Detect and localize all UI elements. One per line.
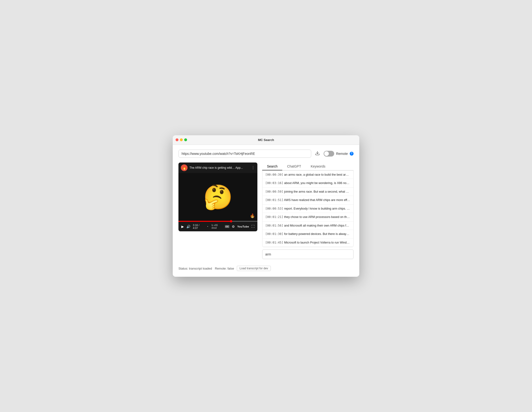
timestamp: [00:01:45] bbox=[265, 241, 283, 244]
timestamp: [00:01:21] bbox=[265, 215, 283, 219]
status-bar: Status: transcript loaded Remote: false … bbox=[179, 266, 353, 271]
tab-chatgpt[interactable]: ChatGPT bbox=[282, 163, 306, 170]
video-menu-button[interactable]: ⋮ bbox=[251, 165, 255, 170]
video-player[interactable]: 🔥 The ARM chip race is getting wild… App… bbox=[179, 163, 257, 231]
traffic-lights bbox=[176, 138, 187, 141]
video-thumbnail: 🤔 🔥 bbox=[179, 173, 257, 221]
help-icon[interactable]: ? bbox=[350, 152, 353, 156]
thinking-emoji: 🤔 bbox=[203, 185, 233, 209]
result-text: AWS have realized that ARM chips are mor… bbox=[284, 198, 353, 202]
caption-badge[interactable]: CC bbox=[225, 225, 229, 228]
search-input-wrapper[interactable] bbox=[262, 249, 353, 259]
titlebar: MC Search bbox=[173, 135, 359, 145]
result-item[interactable]: [00:01:51] AWS have realized that ARM ch… bbox=[262, 196, 353, 205]
video-subtitle: • bbox=[207, 225, 208, 228]
result-item[interactable]: [00:01:56] and Microsoft all making thei… bbox=[262, 221, 353, 230]
result-text: and Microsoft all making their own ARM c… bbox=[284, 224, 353, 227]
fire-watermark: 🔥 bbox=[250, 213, 255, 219]
result-text: for battery-powered devices. But there i… bbox=[284, 232, 353, 236]
tab-bar: Search ChatGPT Keywords bbox=[262, 163, 353, 170]
toggle-row: Remote ? bbox=[324, 151, 353, 156]
two-col-layout: 🔥 The ARM chip race is getting wild… App… bbox=[179, 163, 353, 259]
result-text: they chose to use ARM processors based o… bbox=[284, 215, 353, 219]
url-input-wrapper[interactable] bbox=[179, 150, 311, 158]
timestamp: [00:01:30] bbox=[265, 232, 283, 236]
result-text: joining the arms race. But wait a second… bbox=[284, 190, 353, 193]
maximize-button[interactable] bbox=[184, 138, 187, 141]
video-top-bar: 🔥 The ARM chip race is getting wild… App… bbox=[179, 163, 257, 173]
result-item[interactable]: [00:01:21] they chose to use ARM process… bbox=[262, 213, 353, 221]
youtube-logo: YouTube bbox=[237, 225, 249, 228]
result-item[interactable]: [00:01:30] for battery-powered devices. … bbox=[262, 230, 353, 238]
timestamp: [00:00:39] bbox=[265, 173, 283, 176]
remote-toggle[interactable] bbox=[324, 151, 334, 156]
video-panel: 🔥 The ARM chip race is getting wild… App… bbox=[179, 163, 257, 259]
video-progress-bar[interactable] bbox=[179, 221, 257, 222]
video-controls: ▶ 🔊 3:16 / 4:07 • Is x86 dead CC ⚙ YouTu… bbox=[179, 222, 257, 231]
timestamp: [00:00:53] bbox=[265, 207, 283, 210]
window-title: MC Search bbox=[258, 138, 274, 142]
toggle-thumb bbox=[324, 151, 329, 156]
result-text: an arms race, a global race to build the… bbox=[284, 173, 353, 176]
download-icon bbox=[315, 151, 320, 156]
load-transcript-button[interactable]: Load transcript for dev bbox=[237, 266, 271, 271]
url-input[interactable] bbox=[181, 152, 308, 156]
remote-status: Remote: false bbox=[215, 267, 234, 270]
remote-label: Remote bbox=[336, 152, 348, 156]
video-is-x86-dead: Is x86 dead bbox=[211, 224, 222, 229]
result-item[interactable]: [00:00:59] joining the arms race. But wa… bbox=[262, 188, 353, 196]
result-item[interactable]: [00:01:45] Microsoft to launch Project V… bbox=[262, 238, 353, 247]
video-title: The ARM chip race is getting wild… App..… bbox=[190, 166, 249, 169]
app-window: MC Search Remote bbox=[173, 135, 359, 277]
tab-search[interactable]: Search bbox=[262, 163, 282, 170]
result-item[interactable]: [00:03:16] about ARM, you might be wonde… bbox=[262, 179, 353, 188]
timestamp: [00:01:56] bbox=[265, 224, 283, 227]
download-button[interactable] bbox=[314, 150, 321, 157]
search-input[interactable] bbox=[265, 252, 351, 256]
play-button[interactable]: ▶ bbox=[181, 225, 184, 229]
result-item[interactable]: [00:00:53] report. Everybody I know is b… bbox=[262, 205, 353, 213]
progress-marker bbox=[230, 220, 232, 222]
results-area[interactable]: [00:00:39] an arms race, a global race t… bbox=[262, 170, 353, 247]
result-item[interactable]: [00:00:39] an arms race, a global race t… bbox=[262, 171, 353, 179]
settings-button[interactable]: ⚙ bbox=[232, 225, 235, 229]
time-display: 3:16 / 4:07 bbox=[193, 224, 204, 229]
timestamp: [00:00:59] bbox=[265, 190, 283, 193]
minimize-button[interactable] bbox=[180, 138, 183, 141]
close-button[interactable] bbox=[176, 138, 179, 141]
main-content: Remote ? 🔥 The ARM chip race is getting … bbox=[173, 145, 359, 277]
timestamp: [00:01:51] bbox=[265, 198, 283, 202]
result-text: about ARM, you might be wondering, is X8… bbox=[284, 181, 353, 185]
tab-keywords[interactable]: Keywords bbox=[306, 163, 330, 170]
timestamp: [00:03:16] bbox=[265, 181, 283, 185]
channel-icon: 🔥 bbox=[181, 165, 188, 171]
volume-button[interactable]: 🔊 bbox=[186, 225, 190, 229]
fullscreen-button[interactable]: ⛶ bbox=[251, 225, 255, 228]
result-text: Microsoft to launch Project Volterra to … bbox=[284, 241, 353, 244]
url-row: Remote ? bbox=[179, 150, 353, 158]
status-text: Status: transcript loaded bbox=[179, 267, 212, 270]
progress-filled bbox=[179, 221, 230, 222]
right-panel: Search ChatGPT Keywords [00:00:39] an ar… bbox=[262, 163, 353, 259]
result-text: report. Everybody I know is building arm… bbox=[284, 207, 353, 210]
